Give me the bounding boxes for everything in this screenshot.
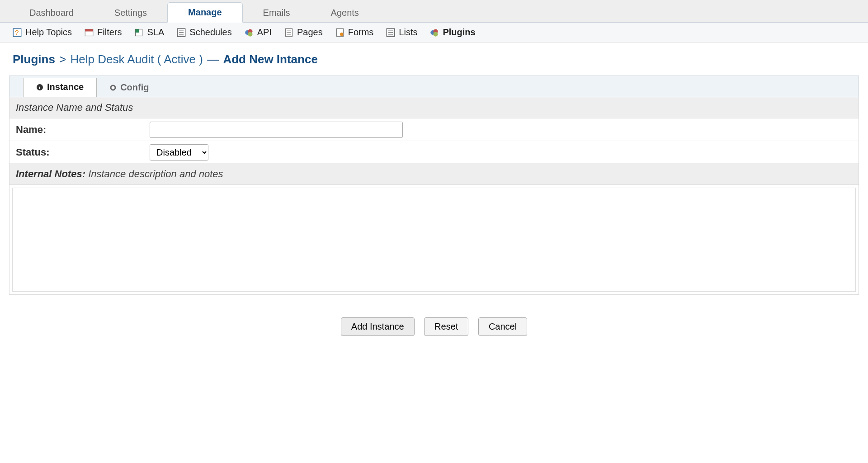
reset-button[interactable]: Reset [424,317,468,336]
tab-config-label: Config [120,82,149,93]
row-status: Status: Disabled [9,141,859,164]
plugins-icon [430,28,439,37]
section-instance-name-status: Instance Name and Status [9,97,859,118]
subnav-filters[interactable]: Filters [85,27,122,38]
svg-rect-3 [85,29,93,31]
notes-hint: Instance description and notes [88,168,223,180]
svg-point-12 [248,32,252,36]
svg-text:?: ? [15,28,19,36]
status-label: Status: [14,146,150,158]
notes-textarea[interactable] [13,188,855,291]
subnav-label: Schedules [189,27,231,38]
subnav-help-topics[interactable]: ? Help Topics [13,27,72,38]
forms-icon [335,28,344,37]
tab-instance[interactable]: i Instance [23,78,97,97]
tab-settings[interactable]: Settings [94,3,167,23]
row-name: Name: [9,118,859,141]
subnav-label: Plugins [443,27,475,38]
subnav-plugins[interactable]: Plugins [430,27,475,38]
breadcrumb: Plugins > Help Desk Audit ( Active ) — A… [0,43,868,71]
name-input[interactable] [150,122,403,138]
tab-manage[interactable]: Manage [167,2,242,23]
subnav-label: Lists [399,27,417,38]
tab-agents[interactable]: Agents [311,3,379,23]
subnav-lists[interactable]: Lists [386,27,417,38]
top-nav: Dashboard Settings Manage Emails Agents [0,0,868,23]
filters-icon [85,28,94,37]
breadcrumb-plugin[interactable]: Help Desk Audit ( Active ) [71,52,203,66]
subnav-sla[interactable]: SLA [134,27,164,38]
subnav-label: Forms [348,27,374,38]
svg-point-29 [112,87,114,89]
tab-config[interactable]: Config [97,79,161,97]
help-topics-icon: ? [13,28,22,37]
button-row: Add Instance Reset Cancel [0,295,868,350]
row-notes-header: Internal Notes: Instance description and… [9,164,859,185]
gear-icon [109,84,117,91]
subnav-label: API [257,27,272,38]
svg-point-25 [434,32,438,36]
api-icon [245,28,254,37]
tab-instance-label: Instance [47,82,84,92]
subnav-pages[interactable]: Pages [284,27,323,38]
status-select[interactable]: Disabled [150,144,208,161]
cancel-button[interactable]: Cancel [478,317,527,336]
subnav-label: Pages [297,27,323,38]
lists-icon [386,28,395,37]
pages-icon [284,28,293,37]
breadcrumb-dash: — [206,52,220,66]
notes-area-wrap [12,188,856,292]
notes-label: Internal Notes: [16,168,85,180]
add-instance-button[interactable]: Add Instance [341,317,415,336]
subnav-schedules[interactable]: Schedules [177,27,231,38]
svg-point-18 [340,33,344,36]
subnav-label: SLA [147,27,164,38]
form-table: Instance Name and Status Name: Status: D… [9,97,859,295]
sub-nav: ? Help Topics Filters SLA Schedules [0,23,868,43]
form-tabs: i Instance Config [9,76,859,97]
subnav-label: Help Topics [25,27,72,38]
tab-dashboard[interactable]: Dashboard [9,3,94,23]
svg-rect-5 [136,29,139,33]
info-icon: i [36,84,43,91]
schedules-icon [177,28,186,37]
sla-icon [134,28,143,37]
breadcrumb-sep: > [58,52,67,66]
subnav-api[interactable]: API [245,27,272,38]
breadcrumb-leaf: Add New Intance [223,52,317,66]
name-label: Name: [14,124,150,136]
tab-emails[interactable]: Emails [243,3,311,23]
breadcrumb-root[interactable]: Plugins [13,52,55,66]
subnav-forms[interactable]: Forms [335,27,374,38]
subnav-label: Filters [97,27,122,38]
